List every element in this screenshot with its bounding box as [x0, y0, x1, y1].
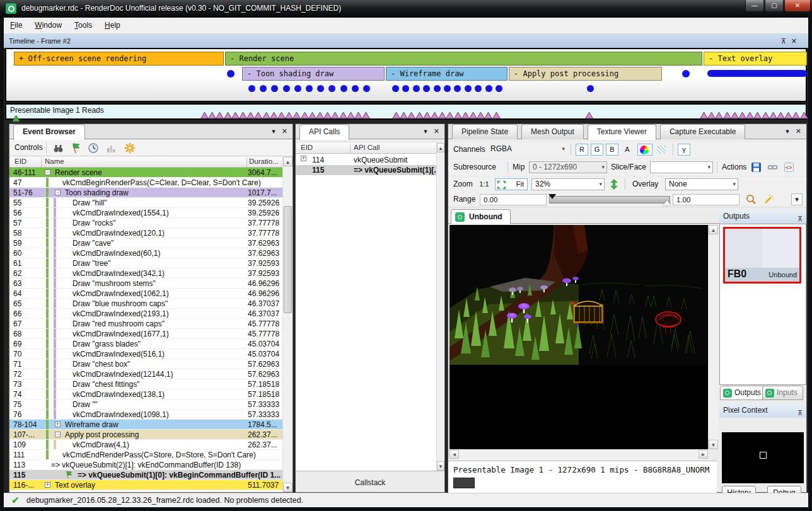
tab-texture-viewer[interactable]: Texture Viewer	[588, 124, 656, 140]
collapse-toggle-icon[interactable]: -	[45, 169, 50, 175]
event-row-76[interactable]: 76vkCmdDrawIndexed(1098,1)57.33333	[9, 410, 282, 420]
find-icon[interactable]	[52, 142, 64, 154]
overlay-select[interactable]: None	[665, 178, 738, 190]
texture-horizontal-scrollbar[interactable]: ◄ ►	[450, 449, 708, 459]
tab-api-calls[interactable]: API Calls	[299, 124, 349, 140]
pixel-context-view[interactable]	[722, 432, 804, 483]
texture-image[interactable]	[450, 225, 708, 449]
zoom-1to1-button[interactable]: 1:1	[476, 178, 492, 190]
timeline-draw-dot[interactable]	[587, 85, 594, 92]
channel-green-toggle[interactable]: G	[591, 144, 603, 156]
gamma-toggle[interactable]: γ	[678, 144, 690, 156]
timeline-draw-dot[interactable]	[317, 85, 324, 92]
timeline-draw-dot[interactable]	[434, 85, 441, 92]
event-row-51-76[interactable]: 51-76-Toon shading draw1017.7...	[9, 188, 282, 198]
timeline-pin-icon[interactable]: ⊼	[781, 37, 791, 45]
mip-select[interactable]: 0 - 1272x690	[529, 161, 607, 173]
expand-toggle-icon[interactable]: +	[301, 156, 306, 161]
pixel-context-pin-icon[interactable]: ⊼	[798, 406, 803, 420]
event-row-75[interactable]: 75Draw ""57.33333	[9, 399, 282, 410]
event-row-107-[interactable]: 107-...-Apply post processing262.37...	[9, 430, 282, 440]
col-duration[interactable]: Duratio...	[249, 158, 279, 165]
tab-unbound-texture[interactable]: Unbound	[451, 209, 511, 224]
event-row-68[interactable]: 68vkCmdDrawIndexed(1677,1)45.77778	[9, 329, 282, 339]
event-row-59[interactable]: 59Draw "cave"37.62963	[9, 238, 282, 248]
event-row-115[interactable]: 115=> vkQueueSubmit(1)[0]: vkBeginComman…	[9, 470, 282, 480]
auto-range-wand-icon[interactable]	[763, 194, 775, 205]
timeline-close-icon[interactable]: ✕	[791, 37, 802, 45]
timeline-bar-Render-scene[interactable]: - Render scene	[225, 52, 702, 66]
tab-capture-executable[interactable]: Capture Executable	[660, 124, 745, 139]
timeline-draw-dot[interactable]	[352, 85, 359, 92]
timeline-draw-dot[interactable]	[413, 85, 420, 92]
tab-event-browser[interactable]: Event Browser	[13, 124, 85, 140]
timeline-draw-dot[interactable]	[475, 85, 482, 92]
tab-inputs[interactable]: Inputs	[762, 386, 803, 400]
event-row-113[interactable]: 113=> vkQueueSubmit(2)[1]: vkEndCommandB…	[9, 460, 282, 470]
timeline-body[interactable]: + Off-screen scene rendering- Render sce…	[5, 48, 807, 102]
channels-select[interactable]: RGBA	[487, 144, 567, 156]
col-name[interactable]: Name	[45, 158, 64, 165]
event-row-72[interactable]: 72vkCmdDrawIndexed(12144,1)57.62963	[9, 369, 282, 379]
range-black-handle[interactable]	[548, 194, 556, 199]
menu-help[interactable]: Help	[98, 18, 127, 33]
texture-vertical-scrollbar[interactable]: ▲ ▼	[708, 225, 718, 449]
col-eid[interactable]: EID	[301, 144, 313, 151]
event-browser-menu-icon[interactable]: ▾	[272, 127, 276, 135]
timeline-draw-dot[interactable]	[271, 85, 278, 92]
event-row-61[interactable]: 61Draw "tree"37.92593	[9, 258, 282, 268]
timeline-bar-Off-screen-scene-rendering[interactable]: + Off-screen scene rendering	[14, 52, 224, 66]
event-row-69[interactable]: 69Draw "grass blades"45.03704	[9, 339, 282, 349]
expand-toggle-icon[interactable]: +	[55, 422, 61, 427]
event-browser-column-headers[interactable]: EID Name Duratio...	[9, 157, 282, 168]
options-star-icon[interactable]	[124, 142, 136, 154]
timeline-draw-dot[interactable]	[485, 85, 492, 92]
timeline-draw-dot[interactable]	[340, 85, 347, 92]
api-calls-column-headers[interactable]: EID API Call	[296, 143, 436, 154]
timeline-bar-Apply-post-processing[interactable]: - Apply post processing	[509, 67, 662, 81]
timeline-draw-dot[interactable]	[248, 85, 255, 92]
event-row-65[interactable]: 65Draw "blue mushroom caps"46.37037	[9, 299, 282, 309]
timeline-draw-dot[interactable]	[294, 85, 301, 92]
panel-close-icon[interactable]: ✕	[796, 127, 801, 135]
event-row-46-111[interactable]: 46-111-Render scene3064.7...	[9, 168, 282, 178]
timeline-draw-dot[interactable]	[402, 85, 409, 92]
tab-mesh-output[interactable]: Mesh Output	[521, 124, 584, 139]
flip-vertical-icon[interactable]	[610, 179, 621, 190]
timeline-draw-dot[interactable]	[454, 85, 461, 92]
close-button[interactable]: ✕	[784, 0, 811, 12]
col-api-call[interactable]: API Call	[354, 144, 380, 151]
callstack-splitter[interactable]	[296, 471, 444, 473]
event-row-74[interactable]: 74vkCmdDrawIndexed(138,1)57.18518	[9, 389, 282, 399]
timeline-draw-dot[interactable]	[465, 85, 472, 92]
event-row-116-[interactable]: 116-...+Text overlay511.7037	[9, 480, 282, 490]
event-row-73[interactable]: 73Draw "chest fittings"57.18518	[9, 379, 282, 389]
maximize-button[interactable]: ▢	[765, 0, 784, 12]
panel-menu-icon[interactable]: ▾	[786, 127, 789, 135]
collapse-toggle-icon[interactable]: -	[55, 190, 61, 195]
event-row-66[interactable]: 66vkCmdDrawIndexed(2193,1)46.37037	[9, 309, 282, 319]
event-row-64[interactable]: 64vkCmdDrawIndexed(1062,1)46.96296	[9, 289, 282, 299]
menu-tools[interactable]: Tools	[68, 18, 98, 33]
range-white-handle[interactable]	[663, 200, 671, 205]
save-texture-icon[interactable]	[751, 162, 762, 173]
range-min-input[interactable]: 0.00	[480, 194, 547, 205]
timeline-draw-dot[interactable]	[306, 85, 313, 92]
range-max-input[interactable]: 1.00	[673, 194, 740, 205]
api-calls-close-icon[interactable]: ✕	[434, 127, 439, 135]
event-row-78-104[interactable]: 78-104+Wireframe draw1784.5...	[9, 420, 282, 430]
timeline-draws-pill[interactable]	[707, 70, 807, 77]
zoom-level-select[interactable]: 32%	[531, 178, 605, 190]
channel-blue-toggle[interactable]: B	[606, 144, 618, 156]
autofit-magnifier-icon[interactable]	[746, 194, 757, 205]
event-row-63[interactable]: 63Draw "mushroom stems"46.96296	[9, 278, 282, 289]
col-eid[interactable]: EID	[14, 158, 26, 165]
event-row-71[interactable]: 71Draw "chest box"57.62963	[9, 359, 282, 369]
timeline-draw-dot[interactable]	[227, 70, 235, 78]
timeline-bar-Wireframe-draw[interactable]: - Wireframe draw	[386, 67, 508, 81]
event-row-55[interactable]: 55Draw "hill"39.25926	[9, 198, 282, 208]
expand-toggle-icon[interactable]: +	[45, 482, 50, 488]
api-call-row-115[interactable]: 115=> vkQueueSubmit(1)[...	[296, 165, 436, 175]
checkerboard-background-toggle[interactable]	[655, 144, 668, 156]
timeline-draw-dot[interactable]	[283, 85, 290, 92]
